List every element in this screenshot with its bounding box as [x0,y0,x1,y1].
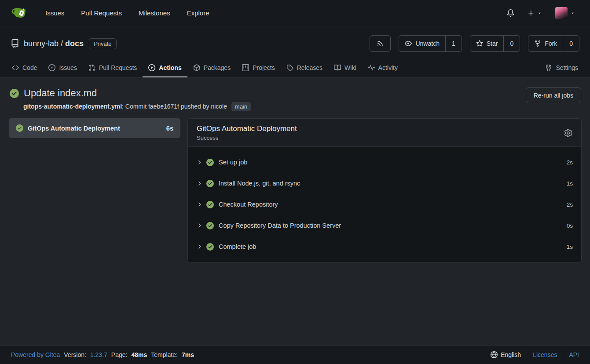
step-name: Checkout Repository [219,201,278,208]
tab-label: Settings [556,64,578,71]
repository-icon [11,39,19,48]
tab-label: Projects [253,64,275,71]
run-body: GitOps Automatic Deployment 6s GitOps Au… [0,111,590,262]
book-icon [334,64,341,71]
chevron-right-icon[interactable] [196,244,202,250]
nav-link[interactable]: Pull Requests [73,5,130,21]
tab-settings[interactable]: Settings [539,59,584,77]
job-step-row[interactable]: Checkout Repository 2s [188,194,581,215]
repo-owner-link[interactable]: bunny-lab [24,39,59,48]
step-success-check-icon [206,201,214,208]
commit-text: : Commit faebe1671f pushed by nicole [122,103,227,110]
job-duration: 6s [166,125,173,132]
tab-label: Pull Requests [99,64,137,71]
notifications-bell-icon[interactable] [503,6,518,20]
pulse-icon [368,64,375,71]
user-menu-button[interactable] [552,4,579,23]
repo-breadcrumb: bunny-lab / docs [24,39,84,48]
run-success-check-icon [10,89,19,98]
job-step-row[interactable]: Install Node.js, git, and rsync 1s [188,173,581,194]
watchers-count[interactable]: 1 [445,36,462,51]
jobs-sidebar: GitOps Automatic Deployment 6s [9,118,180,138]
repo-action-buttons: Unwatch 1 Star 0 Fork [370,35,579,52]
chevron-down-icon [537,11,542,15]
footer-divider [563,350,563,359]
job-step-row[interactable]: Complete job 1s [188,236,581,257]
step-duration: 2s [567,159,573,166]
user-avatar[interactable] [555,7,568,19]
tab-releases[interactable]: Releases [281,59,328,77]
panel-job-status: Success [197,135,297,141]
footer-divider [527,350,527,359]
api-link[interactable]: API [569,351,579,358]
job-success-check-icon [16,124,23,132]
workflow-file-link[interactable]: gitops-automatic-deployment.yml [23,103,122,110]
repo-title-row: bunny-lab / docs Private Unwatch 1 [0,26,590,59]
chevron-right-icon[interactable] [196,180,202,186]
tab-issues[interactable]: Issues [43,59,82,77]
forks-count[interactable]: 0 [563,36,579,51]
step-success-check-icon [206,222,214,229]
job-step-row[interactable]: Set up job 2s [188,152,581,173]
create-new-button[interactable] [524,6,546,20]
navbar-links: Issues Pull Requests Milestones Explore [37,5,217,21]
star-label: Star [487,40,498,47]
rss-button[interactable] [370,35,391,52]
job-list-item-selected[interactable]: GitOps Automatic Deployment 6s [9,118,180,138]
panel-header: GitOps Automatic Deployment Success [188,119,581,147]
tab-activity[interactable]: Activity [362,59,403,77]
tab-packages[interactable]: Packages [187,59,236,77]
step-name: Install Node.js, git, and rsync [219,180,300,187]
footer: Powered by GiteaVersion:1.23.7Page:48msT… [0,345,590,364]
step-name: Set up job [219,159,247,166]
tab-label: Actions [159,64,181,71]
chevron-right-icon[interactable] [196,201,202,207]
fork-button[interactable]: Fork [528,36,563,51]
tab-wiki[interactable]: Wiki [328,59,362,77]
unwatch-button[interactable]: Unwatch [399,36,445,51]
licenses-link[interactable]: Licenses [533,351,557,358]
tag-icon [286,64,293,71]
navbar-right [503,4,579,23]
tab-pull-requests[interactable]: Pull Requests [83,59,143,77]
tab-label: Activity [378,64,398,71]
language-selector[interactable]: English [491,351,521,358]
actions-run-page: Update index.md gitops-automatic-deploym… [0,78,590,345]
nav-link[interactable]: Milestones [130,5,179,21]
fork-icon [534,40,541,47]
run-title: Update index.md [24,87,97,99]
git-pull-request-icon [88,64,95,71]
nav-link[interactable]: Explore [179,5,218,21]
step-name: Complete job [219,243,256,250]
version-link[interactable]: 1.23.7 [90,351,107,358]
tab-code[interactable]: Code [6,59,43,77]
repo-name-link[interactable]: docs [65,39,84,48]
gear-icon[interactable] [564,129,572,137]
breadcrumb-separator: / [61,39,63,48]
rerun-all-jobs-button[interactable]: Re-run all jobs [526,87,581,103]
globe-icon [491,351,498,358]
step-name: Copy Repository Data to Production Serve… [219,222,341,229]
tab-label: Releases [297,64,322,71]
job-steps-list: Set up job 2s Install Node.js, git, and … [188,147,581,262]
stars-count[interactable]: 0 [503,36,520,51]
fork-label: Fork [545,40,557,47]
private-badge: Private [89,38,116,49]
branch-badge[interactable]: main [231,102,251,111]
step-success-check-icon [206,180,214,187]
gitea-logo-icon[interactable] [11,6,27,20]
top-navbar: Issues Pull Requests Milestones Explore [0,0,590,26]
tab-label: Packages [204,64,231,71]
tab-actions[interactable]: Actions [143,59,187,77]
nav-link[interactable]: Issues [37,5,73,21]
job-step-row[interactable]: Copy Repository Data to Production Serve… [188,215,581,236]
tab-projects[interactable]: Projects [236,59,281,77]
star-button[interactable]: Star [470,36,504,51]
chevron-right-icon[interactable] [196,159,202,165]
package-icon [193,64,200,71]
chevron-right-icon[interactable] [196,222,202,229]
repo-header: bunny-lab / docs Private Unwatch 1 [0,26,590,78]
tab-label: Wiki [344,64,356,71]
rss-icon[interactable] [370,36,390,51]
powered-by-gitea-link[interactable]: Powered by Gitea [11,351,60,358]
